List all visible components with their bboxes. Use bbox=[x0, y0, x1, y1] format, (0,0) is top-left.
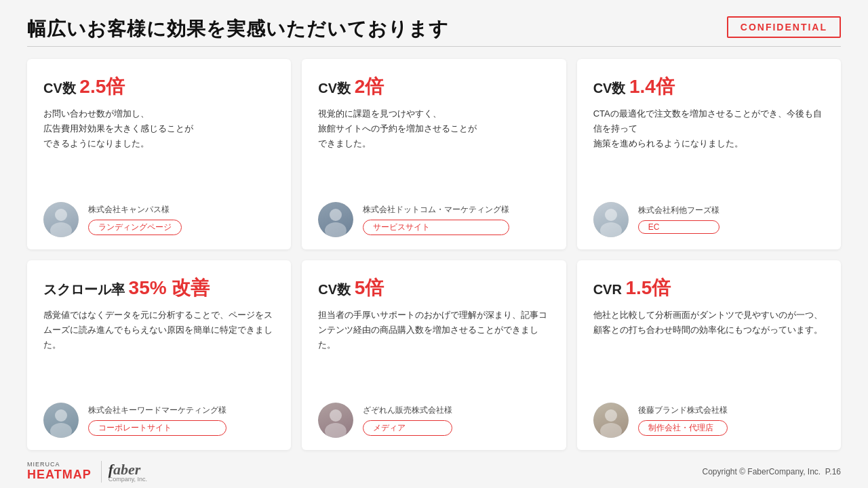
svg-point-0 bbox=[55, 209, 67, 221]
page: 幅広いお客様に効果を実感いただいております CONFIDENTIAL CV数 2… bbox=[0, 0, 868, 488]
svg-point-6 bbox=[55, 409, 67, 422]
card-4: スクロール率 35% 改善感覚値ではなくデータを元に分析することで、ページをスム… bbox=[27, 260, 291, 451]
avatar-6 bbox=[593, 403, 629, 438]
header-divider bbox=[27, 46, 841, 47]
card-footer-2: 株式会社ドットコム・マーケティング様サービスサイト bbox=[318, 202, 549, 237]
logo-area: MIERUCA HEATMAP faber Company, Inc. bbox=[27, 461, 147, 483]
header-row: 幅広いお客様に効果を実感いただいております CONFIDENTIAL bbox=[27, 16, 841, 42]
heat-text: HEAT bbox=[27, 468, 62, 481]
avatar-3 bbox=[593, 202, 629, 237]
company-name-1: 株式会社キャンパス様 bbox=[88, 204, 182, 216]
tag-badge-2: サービスサイト bbox=[363, 220, 509, 235]
svg-point-10 bbox=[605, 409, 617, 422]
card-desc-3: CTAの最適化で注文数を増加させることができ、今後も自信を持って 施策を進められ… bbox=[593, 106, 825, 192]
card-3: CV数 1.4倍CTAの最適化で注文数を増加させることができ、今後も自信を持って… bbox=[577, 59, 841, 249]
svg-point-2 bbox=[330, 209, 342, 221]
avatar-5 bbox=[318, 403, 353, 438]
tag-badge-6: 制作会社・代理店 bbox=[638, 420, 728, 436]
svg-point-3 bbox=[325, 222, 347, 237]
svg-point-5 bbox=[600, 222, 622, 237]
avatar-1 bbox=[43, 202, 79, 237]
svg-point-7 bbox=[50, 423, 72, 438]
card-footer-1: 株式会社キャンパス様ランディングページ bbox=[43, 202, 275, 237]
tag-badge-3: EC bbox=[638, 220, 719, 234]
card-metric-2: CV数 2倍 bbox=[318, 74, 549, 100]
tag-badge-4: コーポレートサイト bbox=[88, 420, 226, 436]
card-metric-6: CVR 1.5倍 bbox=[593, 275, 825, 301]
tag-badge-1: ランディングページ bbox=[88, 220, 182, 235]
heatmap-logo-text: HEATMAP bbox=[27, 468, 92, 482]
card-footer-4: 株式会社キーワードマーケティング様コーポレートサイト bbox=[43, 403, 275, 438]
page-title: 幅広いお客様に効果を実感いただいております bbox=[27, 16, 449, 42]
card-metric-1: CV数 2.5倍 bbox=[43, 74, 275, 100]
card-footer-5: ざぞれん販売株式会社様メディア bbox=[318, 403, 549, 438]
svg-point-1 bbox=[50, 222, 72, 237]
footer-bar: MIERUCA HEATMAP faber Company, Inc. Copy… bbox=[27, 454, 841, 488]
card-metric-5: CV数 5倍 bbox=[318, 275, 549, 301]
svg-point-4 bbox=[605, 209, 617, 221]
card-metric-3: CV数 1.4倍 bbox=[593, 74, 825, 100]
company-name-3: 株式会社利他フーズ様 bbox=[638, 205, 719, 216]
avatar-2 bbox=[318, 202, 353, 237]
map-text: MAP bbox=[62, 468, 92, 481]
company-name-4: 株式会社キーワードマーケティング様 bbox=[88, 405, 226, 416]
mieruca-logo: MIERUCA HEATMAP bbox=[27, 462, 92, 482]
card-1: CV数 2.5倍お問い合わせ数が増加し、 広告費用対効果を大きく感じることが で… bbox=[27, 59, 291, 249]
card-desc-5: 担当者の手厚いサポートのおかげで理解が深まり、記事コンテンツ経由の商品購入数を増… bbox=[318, 308, 549, 394]
faber-logo: faber Company, Inc. bbox=[101, 461, 147, 483]
cards-grid: CV数 2.5倍お問い合わせ数が増加し、 広告費用対効果を大きく感じることが で… bbox=[27, 59, 841, 450]
card-desc-4: 感覚値ではなくデータを元に分析することで、ページをスムーズに読み進んでもらえない… bbox=[43, 308, 275, 394]
card-5: CV数 5倍担当者の手厚いサポートのおかげで理解が深まり、記事コンテンツ経由の商… bbox=[302, 260, 566, 451]
tag-badge-5: メディア bbox=[363, 420, 452, 436]
avatar-4 bbox=[43, 403, 79, 438]
card-6: CVR 1.5倍他社と比較して分析画面がダントツで見やすいのが一つ、顧客との打ち… bbox=[577, 260, 841, 451]
company-name-6: 後藤ブランド株式会社様 bbox=[638, 405, 728, 416]
card-2: CV数 2倍視覚的に課題を見つけやすく、 旅館サイトへの予約を増加させることが … bbox=[302, 59, 566, 249]
confidential-badge: CONFIDENTIAL bbox=[727, 16, 841, 38]
card-footer-6: 後藤ブランド株式会社様制作会社・代理店 bbox=[593, 403, 825, 438]
svg-point-8 bbox=[330, 409, 342, 422]
footer-copyright: Copyright © FaberCompany, Inc. P.16 bbox=[702, 467, 841, 476]
card-footer-3: 株式会社利他フーズ様EC bbox=[593, 202, 825, 237]
card-desc-1: お問い合わせ数が増加し、 広告費用対効果を大きく感じることが できるようになりま… bbox=[43, 106, 275, 192]
card-metric-4: スクロール率 35% 改善 bbox=[43, 275, 275, 301]
company-name-2: 株式会社ドットコム・マーケティング様 bbox=[363, 204, 509, 216]
company-name-5: ざぞれん販売株式会社様 bbox=[363, 405, 452, 416]
card-desc-6: 他社と比較して分析画面がダントツで見やすいのが一つ、顧客との打ち合わせ時間の効率… bbox=[593, 308, 825, 394]
card-desc-2: 視覚的に課題を見つけやすく、 旅館サイトへの予約を増加させることが できました。 bbox=[318, 106, 549, 192]
svg-point-11 bbox=[600, 423, 622, 438]
svg-point-9 bbox=[325, 423, 347, 438]
